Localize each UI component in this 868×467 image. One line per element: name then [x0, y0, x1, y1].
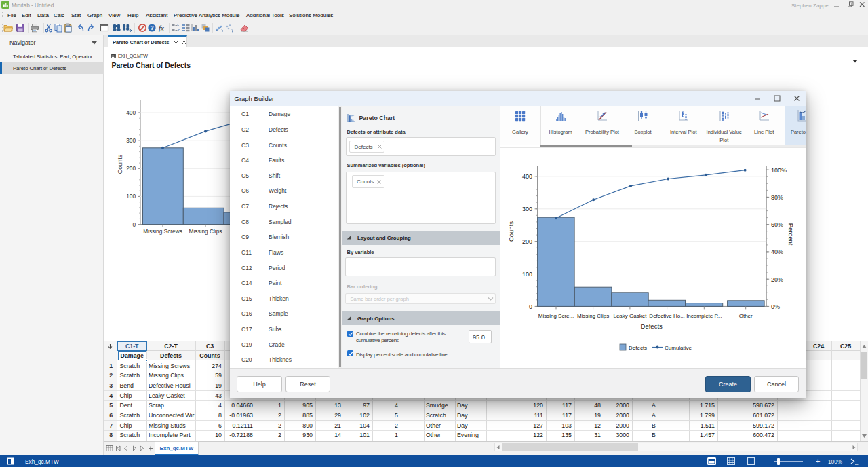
- svg-text:Missing Scre...: Missing Scre...: [538, 313, 574, 319]
- svg-text:Defective Ho...: Defective Ho...: [649, 313, 684, 319]
- svg-text:Other: Other: [739, 313, 753, 319]
- svg-text:0: 0: [529, 303, 532, 310]
- svg-text:40%: 40%: [771, 248, 783, 255]
- svg-text:400: 400: [522, 173, 532, 180]
- svg-text:0%: 0%: [771, 303, 780, 310]
- svg-text:60%: 60%: [771, 221, 783, 228]
- svg-text:100: 100: [126, 193, 136, 200]
- svg-text:Defects: Defects: [641, 322, 663, 330]
- svg-text:Leaky Gasket: Leaky Gasket: [613, 313, 647, 319]
- svg-text:fx: fx: [159, 24, 164, 32]
- svg-text:0: 0: [132, 221, 136, 228]
- svg-text:Incomplete P...: Incomplete P...: [686, 313, 722, 319]
- svg-text:80%: 80%: [771, 194, 783, 201]
- svg-text:Missing Clips: Missing Clips: [189, 228, 222, 235]
- svg-text:Missing Screws: Missing Screws: [143, 228, 182, 235]
- svg-text:Counts: Counts: [117, 154, 123, 174]
- svg-text:?: ?: [150, 24, 153, 31]
- svg-text:Missing Clips: Missing Clips: [577, 313, 609, 319]
- svg-text:300: 300: [522, 206, 532, 212]
- svg-text:Counts: Counts: [507, 221, 515, 242]
- svg-text:100: 100: [522, 271, 532, 278]
- svg-text:Cumulative: Cumulative: [665, 345, 692, 351]
- svg-text:400: 400: [126, 109, 136, 116]
- svg-text:Defects: Defects: [629, 345, 647, 351]
- svg-text:20%: 20%: [771, 276, 783, 283]
- svg-text:Percent: Percent: [787, 223, 795, 246]
- svg-text:200: 200: [522, 238, 532, 245]
- svg-text:300: 300: [126, 137, 136, 144]
- svg-text:200: 200: [126, 165, 136, 172]
- svg-text:100%: 100%: [771, 167, 787, 174]
